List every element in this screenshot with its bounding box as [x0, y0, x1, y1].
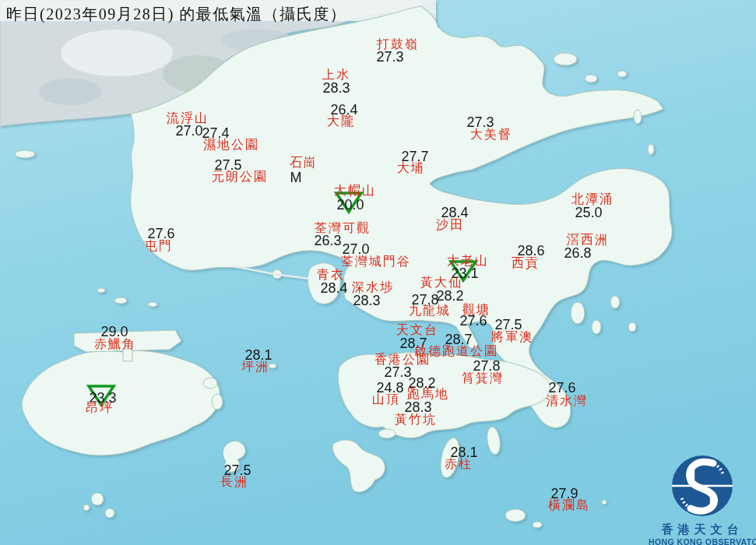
station-name: 深水埗: [352, 280, 394, 296]
soko-island-3: [83, 505, 90, 511]
mid-harbour-islet: [269, 364, 276, 368]
station-name: 筲箕灣: [462, 371, 504, 387]
station-name: 黃竹坑: [395, 412, 437, 428]
station-name: 清水灣: [546, 393, 588, 410]
peng-chau-island: [203, 378, 217, 389]
port-shelter-islet-2: [610, 296, 620, 308]
station-name: 屯門: [145, 238, 173, 255]
station-name: 大老山: [447, 253, 489, 269]
station-name: 天文台: [396, 322, 438, 339]
station-name: 大埔: [397, 160, 425, 177]
station-name: 青衣: [317, 267, 345, 283]
station-name: 元朗公園: [212, 169, 268, 185]
brothers-islet-2: [97, 288, 105, 293]
hko-logo: 香港天文台 HONG KONG OBSERVATORY: [649, 454, 756, 543]
station-name: 香港公園: [374, 352, 431, 368]
port-shelter-islet-1: [592, 320, 601, 334]
station-name: 橫瀾島: [548, 498, 590, 514]
port-shelter-islet-3: [628, 322, 636, 332]
station-name: 山頂: [372, 392, 400, 408]
hko-logo-english-text: HONG KONG OBSERVATORY: [649, 537, 756, 545]
hei-ling-chau-island: [212, 394, 223, 410]
po-toi-island: [505, 509, 526, 522]
weather-map-page: 昨日(2023年09月28日) 的最低氣溫（攝氏度） 27.3打鼓嶺28.3上水…: [0, 0, 756, 545]
mirs-bay-island-4: [634, 110, 642, 124]
hko-logo-icon: [670, 454, 734, 518]
brothers-islet-3: [148, 302, 157, 307]
kau-sai-chau-island: [571, 302, 585, 324]
station-name: 石崗: [290, 155, 318, 171]
soko-island-2: [105, 508, 114, 518]
station-name: 濕地公園: [203, 137, 259, 153]
hong-kong-base-map: [0, 0, 756, 545]
station-name: 上水: [322, 67, 350, 83]
mirs-bay-island-3: [617, 71, 627, 77]
station-value: 20.0: [336, 197, 364, 213]
hko-logo-chinese-text: 香港天文台: [649, 522, 756, 537]
station-name: 大美督: [470, 127, 512, 143]
station-name: 沙田: [436, 217, 464, 234]
station-name: 觀塘: [462, 302, 491, 318]
station-name: 荃灣城門谷: [341, 254, 411, 270]
po-toi-islet: [533, 522, 542, 528]
station-name: 赤鱲角: [94, 336, 136, 353]
station-name: 坪洲: [241, 359, 269, 375]
mirs-bay-island-5: [648, 144, 654, 155]
mirs-bay-island-2: [585, 75, 597, 83]
station-name: 滘西洲: [567, 232, 609, 248]
deep-bay-islet: [15, 150, 35, 158]
station-name: 九龍城: [409, 303, 451, 319]
brothers-islet-1: [114, 297, 127, 304]
ap-lei-chau-island: [378, 429, 396, 438]
station-name: 流浮山: [167, 111, 209, 127]
station-name: 大隴: [327, 114, 355, 130]
station-name: 大帽山: [334, 183, 376, 199]
waglan-island: [602, 500, 607, 505]
station-name: 跑馬地: [407, 386, 449, 403]
station-name: 北潭涌: [571, 192, 614, 208]
station-name: 昂坪: [86, 400, 114, 417]
soko-island-1: [91, 493, 104, 505]
station-name: 長洲: [220, 474, 248, 490]
station-name: 打鼓嶺: [377, 37, 419, 53]
map-title: 昨日(2023年09月28日) 的最低氣溫（攝氏度）: [6, 4, 346, 25]
station-name: 西貢: [512, 255, 540, 272]
station-name: 荃灣可觀: [315, 220, 371, 237]
mirs-bay-island-1: [554, 53, 577, 65]
station-name: 黃大仙: [420, 275, 462, 291]
station-value: M: [290, 170, 302, 186]
station-name: 赤柱: [445, 456, 473, 473]
